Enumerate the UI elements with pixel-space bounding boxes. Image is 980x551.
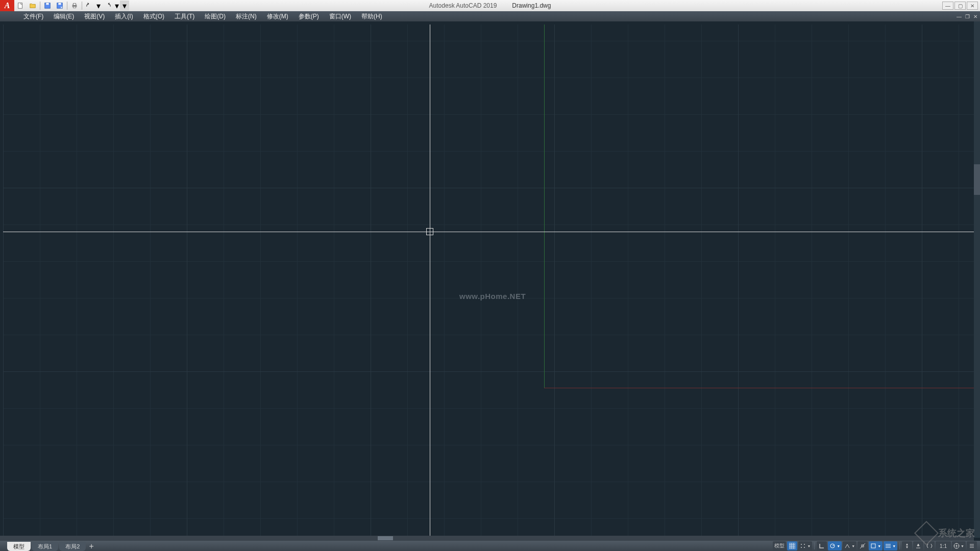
layout-tab-bar: 模型 布局1 布局2 + 模型 ▼ ▼ ▼ ▼ ▼ 1:1 ▼ bbox=[0, 541, 980, 551]
status-model-toggle[interactable]: 模型 bbox=[773, 541, 786, 550]
doc-close-button[interactable]: ✕ bbox=[972, 13, 979, 20]
doc-minimize-button[interactable]: — bbox=[955, 13, 963, 20]
menu-help[interactable]: 帮助(H) bbox=[356, 11, 387, 22]
ortho-mode-icon[interactable] bbox=[817, 541, 827, 550]
save-icon[interactable] bbox=[41, 1, 54, 11]
grid-toggle-icon[interactable] bbox=[787, 541, 797, 550]
annotation-scale-icon[interactable] bbox=[902, 541, 912, 550]
minimize-button[interactable]: — bbox=[942, 2, 953, 10]
file-name: Drawing1.dwg bbox=[512, 2, 551, 9]
customization-icon[interactable] bbox=[967, 541, 977, 550]
close-button[interactable]: ✕ bbox=[967, 2, 978, 10]
menu-dim[interactable]: 标注(N) bbox=[231, 11, 262, 22]
menu-insert[interactable]: 插入(I) bbox=[110, 11, 138, 22]
menu-tools[interactable]: 工具(T) bbox=[169, 11, 200, 22]
app-name: Autodesk AutoCAD 2019 bbox=[429, 2, 497, 9]
tab-add-button[interactable]: + bbox=[87, 542, 96, 551]
crosshair-vertical bbox=[430, 24, 430, 538]
horizontal-scroll-thumb[interactable] bbox=[378, 536, 393, 540]
drawing-canvas[interactable]: www.pHome.NET bbox=[0, 21, 980, 541]
undo-icon[interactable] bbox=[83, 1, 95, 11]
annotation-autoscale-icon[interactable] bbox=[924, 541, 935, 550]
ucs-x-axis bbox=[544, 388, 974, 388]
status-bar: 模型 ▼ ▼ ▼ ▼ ▼ 1:1 ▼ bbox=[773, 541, 977, 550]
tab-model[interactable]: 模型 bbox=[7, 542, 31, 551]
svg-point-8 bbox=[801, 544, 802, 545]
open-icon[interactable] bbox=[27, 1, 39, 11]
menu-file[interactable]: 文件(F) bbox=[18, 11, 48, 22]
ucs-y-axis bbox=[544, 24, 545, 388]
crosshair-horizontal bbox=[3, 232, 974, 232]
vertical-scroll-thumb[interactable] bbox=[974, 164, 980, 195]
annotation-scale-value[interactable]: 1:1 bbox=[936, 541, 951, 550]
menu-param[interactable]: 参数(P) bbox=[293, 11, 324, 22]
quick-access-toolbar: ▾ ▾ ▾ bbox=[14, 1, 129, 11]
polar-tracking-icon[interactable]: ▼ bbox=[828, 541, 842, 550]
workspace-switch-icon[interactable]: ▼ bbox=[952, 541, 966, 550]
tab-layout2[interactable]: 布局2 bbox=[59, 542, 86, 551]
snap-mode-icon[interactable]: ▼ bbox=[798, 541, 812, 550]
isometric-draft-icon[interactable]: ▼ bbox=[843, 541, 856, 550]
saveas-icon[interactable] bbox=[54, 1, 66, 11]
app-logo[interactable]: A bbox=[0, 0, 14, 11]
svg-rect-6 bbox=[73, 4, 76, 6]
redo-icon[interactable] bbox=[102, 1, 114, 11]
svg-point-10 bbox=[801, 547, 802, 548]
maximize-button[interactable]: ▢ bbox=[954, 2, 966, 10]
new-icon[interactable] bbox=[14, 1, 27, 11]
window-controls: — ▢ ✕ bbox=[942, 2, 978, 10]
qat-customize-icon[interactable]: ▾ bbox=[120, 1, 129, 11]
svg-rect-7 bbox=[73, 7, 76, 8]
svg-rect-4 bbox=[58, 3, 61, 5]
doc-restore-button[interactable]: ❐ bbox=[964, 13, 971, 20]
annotation-visibility-icon[interactable] bbox=[913, 541, 923, 550]
object-snap-icon[interactable]: ▼ bbox=[869, 541, 883, 550]
watermark-text: www.pHome.NET bbox=[459, 292, 526, 300]
window-title: Autodesk AutoCAD 2019 Drawing1.dwg bbox=[429, 2, 551, 9]
object-snap-track-icon[interactable] bbox=[857, 541, 868, 550]
horizontal-scrollbar[interactable] bbox=[0, 536, 974, 541]
menu-format[interactable]: 格式(O) bbox=[138, 11, 169, 22]
menu-edit[interactable]: 编辑(E) bbox=[48, 11, 79, 22]
menu-view[interactable]: 视图(V) bbox=[79, 11, 110, 22]
tab-layout1[interactable]: 布局1 bbox=[32, 542, 58, 551]
menu-bar: 文件(F) 编辑(E) 视图(V) 插入(I) 格式(O) 工具(T) 绘图(D… bbox=[0, 11, 980, 21]
title-bar: A ▾ ▾ ▾ Autodesk AutoCAD 2019 Drawing1.d… bbox=[0, 0, 980, 11]
menu-window[interactable]: 窗口(W) bbox=[324, 11, 356, 22]
svg-point-9 bbox=[804, 544, 805, 545]
undo-dropdown-icon[interactable]: ▾ bbox=[95, 1, 102, 11]
svg-rect-2 bbox=[46, 3, 48, 5]
redo-dropdown-icon[interactable]: ▾ bbox=[114, 1, 120, 11]
lineweight-icon[interactable]: ▼ bbox=[884, 541, 897, 550]
svg-rect-14 bbox=[871, 544, 875, 548]
vertical-scrollbar[interactable] bbox=[974, 21, 980, 538]
pickbox-cursor bbox=[426, 228, 433, 235]
svg-rect-0 bbox=[18, 3, 22, 9]
menu-modify[interactable]: 修改(M) bbox=[262, 11, 293, 22]
print-icon[interactable] bbox=[68, 1, 81, 11]
svg-point-16 bbox=[956, 545, 958, 547]
grid bbox=[3, 24, 974, 538]
svg-point-11 bbox=[804, 547, 805, 548]
menu-draw[interactable]: 绘图(D) bbox=[200, 11, 231, 22]
